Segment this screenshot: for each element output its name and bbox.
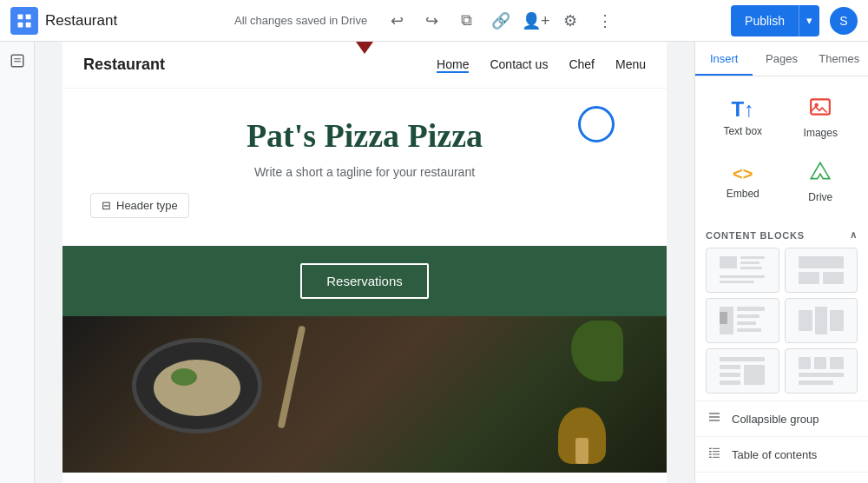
collapsible-group-item[interactable]: Collapsible group [695, 400, 868, 436]
svg-rect-12 [740, 267, 762, 269]
svg-rect-35 [799, 373, 844, 377]
publish-dropdown-button[interactable]: ▾ [799, 5, 819, 36]
insert-textbox[interactable]: T↑ Text box [706, 87, 780, 148]
header-type-label: Header type [116, 199, 178, 212]
more-options-button[interactable]: ⋮ [589, 5, 621, 36]
svg-rect-14 [720, 281, 754, 283]
nav-chef[interactable]: Chef [569, 57, 595, 73]
hero-tagline: Write a short a tagline for your restaur… [83, 165, 646, 179]
block-thumb-5[interactable] [706, 348, 779, 394]
header-type-button[interactable]: ⊟ Header type [90, 193, 189, 218]
svg-rect-17 [823, 272, 844, 284]
header-icon: ⊟ [102, 199, 111, 212]
svg-rect-20 [737, 307, 765, 311]
toc-label: Table of contents [732, 448, 817, 461]
food-section [62, 316, 667, 473]
svg-rect-15 [799, 256, 844, 268]
topbar: Restaurant All changes saved in Drive ↩ … [0, 0, 868, 42]
content-blocks-grid [695, 248, 868, 400]
svg-rect-24 [799, 310, 812, 331]
right-panel-tabs: Insert Pages Themes [695, 42, 868, 76]
site-title: Restaurant [45, 12, 117, 30]
svg-rect-34 [830, 357, 844, 369]
nav-menu[interactable]: Menu [615, 57, 646, 73]
bowl-shape [132, 338, 262, 433]
insert-images[interactable]: Images [784, 87, 858, 148]
reservations-bar: Reservations [62, 246, 667, 316]
site-brand: Restaurant [83, 56, 165, 74]
svg-rect-27 [720, 357, 765, 361]
svg-rect-28 [720, 365, 740, 369]
svg-rect-19 [720, 312, 727, 324]
pages-icon[interactable] [5, 49, 30, 73]
textbox-icon: T↑ [731, 97, 754, 122]
nav-home[interactable]: Home [437, 57, 469, 73]
undo-button[interactable]: ↩ [381, 5, 412, 36]
svg-rect-0 [18, 14, 23, 19]
link-button[interactable]: 🔗 [485, 5, 516, 36]
right-panel: Insert Pages Themes T↑ Text box [694, 42, 868, 483]
publish-btn-group: Publish ▾ [731, 5, 819, 36]
svg-rect-2 [18, 22, 23, 27]
svg-rect-4 [11, 55, 23, 67]
embed-icon: <> [733, 164, 753, 184]
tab-insert[interactable]: Insert [695, 42, 753, 76]
site-preview: Restaurant Home Contact us Chef Menu Pat… [62, 42, 667, 483]
collapsible-icon [706, 410, 723, 427]
svg-rect-21 [737, 314, 760, 318]
svg-rect-25 [815, 307, 827, 334]
svg-rect-32 [799, 357, 811, 369]
food-image [62, 316, 667, 473]
hero-section: Pat's Pizza Pizza Write a short a taglin… [62, 89, 667, 246]
collapse-icon[interactable]: ∧ [850, 229, 858, 241]
preview-button[interactable]: ⧉ [450, 5, 482, 36]
save-status: All changes saved in Drive [234, 14, 367, 27]
images-icon [809, 96, 832, 123]
topbar-actions: ↩ ↪ ⧉ 🔗 👤+ ⚙ ⋮ [381, 5, 621, 36]
canvas-area: Restaurant Home Contact us Chef Menu Pat… [35, 42, 694, 483]
main-area: Restaurant Home Contact us Chef Menu Pat… [0, 42, 868, 483]
topbar-center: All changes saved in Drive ↩ ↪ ⧉ 🔗 👤+ ⚙ … [131, 5, 724, 36]
svg-rect-16 [799, 272, 819, 284]
hero-title: Pat's Pizza Pizza [83, 116, 646, 155]
site-nav-links: Home Contact us Chef Menu [437, 57, 646, 73]
app-logo [10, 7, 38, 35]
table-of-contents-item[interactable]: Table of contents [695, 436, 868, 472]
svg-rect-30 [720, 380, 740, 385]
content-blocks-header: CONTENT BLOCKS ∧ [695, 222, 868, 248]
block-thumb-6[interactable] [785, 348, 858, 394]
svg-rect-36 [799, 380, 833, 385]
add-user-button[interactable]: 👤+ [520, 5, 551, 36]
publish-button[interactable]: Publish [731, 5, 799, 36]
svg-rect-31 [744, 365, 765, 385]
redo-button[interactable]: ↪ [416, 5, 447, 36]
drive-icon [809, 160, 832, 188]
svg-rect-26 [830, 310, 844, 331]
left-panel [0, 42, 35, 483]
avatar[interactable]: S [830, 7, 858, 35]
block-thumb-1[interactable] [706, 248, 779, 293]
svg-rect-10 [740, 256, 765, 259]
collapsible-label: Collapsible group [732, 413, 819, 426]
svg-rect-29 [720, 373, 740, 377]
block-thumb-2[interactable] [785, 248, 858, 293]
mushroom-shape [558, 407, 606, 464]
spoon-shape [278, 325, 306, 428]
svg-rect-9 [720, 256, 737, 268]
svg-rect-33 [814, 357, 826, 369]
nav-contact[interactable]: Contact us [490, 57, 548, 73]
reservations-button[interactable]: Reservations [300, 263, 429, 299]
svg-rect-1 [26, 14, 31, 19]
insert-embed[interactable]: <> Embed [706, 151, 780, 212]
insert-grid: T↑ Text box Images <> Embed [695, 76, 868, 222]
tab-pages[interactable]: Pages [753, 42, 810, 76]
tab-themes[interactable]: Themes [811, 42, 868, 76]
block-thumb-3[interactable] [706, 298, 779, 343]
toc-icon [706, 446, 723, 463]
settings-button[interactable]: ⚙ [555, 5, 586, 36]
insert-drive[interactable]: Drive [784, 151, 858, 212]
block-thumb-4[interactable] [785, 298, 858, 343]
svg-rect-13 [720, 275, 765, 278]
svg-rect-11 [740, 261, 760, 264]
image-carousel-item[interactable]: Image carousel [695, 472, 868, 483]
